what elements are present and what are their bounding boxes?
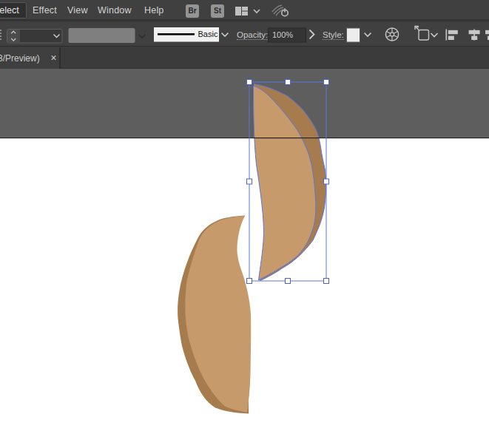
svg-text:Basic: Basic xyxy=(198,30,218,38)
svg-text:100%: 100% xyxy=(272,30,293,39)
